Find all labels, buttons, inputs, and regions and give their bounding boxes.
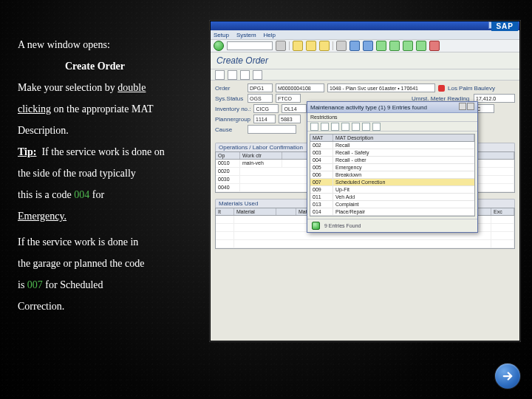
app-btn-1[interactable]: [215, 70, 225, 80]
mat-row-011[interactable]: 011Veh Add: [310, 194, 474, 201]
order-no-input[interactable]: M0000004108: [276, 83, 324, 92]
popup-btn[interactable]: [310, 123, 318, 131]
cancel2-icon[interactable]: [429, 41, 440, 51]
sap-window: SAP Setup System Help Create Order: [210, 21, 520, 341]
popup-btn[interactable]: [331, 123, 339, 131]
app-btn-3[interactable]: [240, 70, 250, 80]
prev-page-icon[interactable]: [389, 41, 400, 51]
mat-row-006[interactable]: 006Breakdown: [310, 171, 474, 179]
popup-footer: 9 Entries Found: [307, 219, 477, 232]
table-row[interactable]: [216, 232, 514, 240]
popup-btn[interactable]: [362, 123, 370, 131]
menu-bar[interactable]: Setup System Help: [211, 30, 519, 39]
enter-icon[interactable]: [214, 41, 224, 51]
mat-row-007[interactable]: 007Scheduled Correction: [310, 179, 474, 186]
command-field[interactable]: [227, 41, 273, 50]
menu-setup: Setup: [214, 32, 229, 38]
mat-row-002[interactable]: 002Recall: [310, 142, 474, 149]
window-title-text: Create Order: [65, 58, 210, 74]
mat-row-009[interactable]: 009Up-Fit: [310, 186, 474, 194]
back-icon[interactable]: [293, 41, 303, 51]
first-page-icon[interactable]: [376, 41, 386, 51]
titlebar: [211, 21, 519, 30]
menu-help: Help: [264, 32, 276, 38]
flag-icon: [438, 85, 445, 92]
check-icon[interactable]: [312, 222, 320, 230]
table-row[interactable]: [216, 240, 514, 248]
popup-tab[interactable]: Restrictions: [307, 113, 477, 122]
popup-btn[interactable]: [352, 123, 360, 131]
exit-icon[interactable]: [306, 41, 316, 51]
popup-grid: MATMAT Description 002Recall003Recall - …: [310, 134, 475, 216]
popup-btn[interactable]: [341, 123, 349, 131]
app-toolbar[interactable]: [211, 69, 519, 81]
save-icon[interactable]: [276, 41, 286, 51]
app-btn-4[interactable]: [253, 70, 262, 80]
next-slide-button[interactable]: [495, 364, 520, 389]
popup-btn[interactable]: [372, 123, 381, 131]
order-type-input[interactable]: DPG1: [248, 83, 273, 92]
next-page-icon[interactable]: [403, 41, 413, 51]
mat-row-004[interactable]: 004Recall - other: [310, 157, 474, 164]
tip-label: Tip:: [18, 146, 36, 157]
popup-btn[interactable]: [321, 123, 329, 131]
print-icon[interactable]: [336, 41, 347, 51]
instruction-text: A new window opens: Create Order Make yo…: [18, 37, 210, 320]
last-page-icon[interactable]: [416, 41, 426, 51]
arrow-right-icon: [501, 369, 514, 383]
sap-logo: SAP: [491, 21, 518, 31]
popup-toolbar[interactable]: [307, 122, 477, 132]
menu-system: System: [236, 32, 256, 38]
find-next-icon[interactable]: [363, 41, 373, 51]
mat-row-014[interactable]: 014Place/Repair: [310, 208, 474, 216]
order-desc-input[interactable]: 1048 - Plan Svc user 61aster • 170641: [327, 83, 435, 92]
mat-row-003[interactable]: 003Recall - Safety: [310, 149, 474, 157]
toolbar[interactable]: [211, 39, 519, 52]
app-btn-2[interactable]: [228, 70, 237, 80]
popup-titlebar: Maintenance activity type (1) 9 Entries …: [307, 102, 477, 113]
cancel-icon[interactable]: [319, 41, 330, 51]
page-heading: Create Order: [211, 52, 519, 69]
mat-row-013[interactable]: 013Complaint: [310, 201, 474, 208]
mat-row-005[interactable]: 005Emergency: [310, 164, 474, 171]
mat-type-popup: Maintenance activity type (1) 9 Entries …: [307, 101, 478, 233]
find-icon[interactable]: [349, 41, 360, 51]
popup-window-controls[interactable]: [458, 103, 474, 112]
